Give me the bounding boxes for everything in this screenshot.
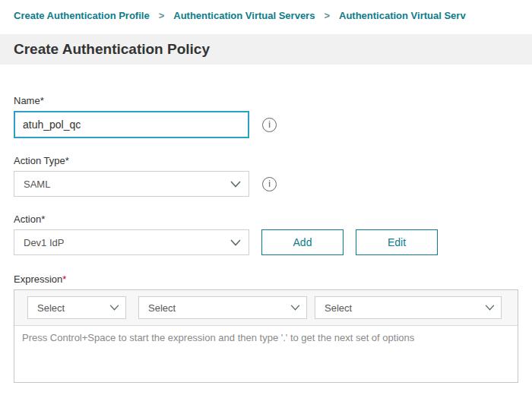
action-type-selected-value: SAML bbox=[24, 179, 50, 190]
expression-select-3-value: Select bbox=[325, 302, 352, 314]
expression-label: Expression* bbox=[14, 273, 518, 285]
chevron-down-icon bbox=[109, 305, 119, 311]
breadcrumb: Create Authentication Profile > Authenti… bbox=[0, 0, 532, 34]
add-button[interactable]: Add bbox=[261, 229, 344, 255]
chevron-down-icon bbox=[485, 305, 495, 311]
expression-select-1-value: Select bbox=[37, 302, 65, 314]
expression-input[interactable] bbox=[14, 326, 518, 382]
chevron-down-icon bbox=[230, 239, 241, 246]
action-type-label: Action Type* bbox=[14, 155, 518, 166]
breadcrumb-separator-icon: > bbox=[159, 10, 165, 21]
info-icon[interactable]: i bbox=[262, 118, 277, 132]
page-header: Create Authentication Policy bbox=[0, 34, 532, 65]
expression-toolbar: Select Select Select bbox=[14, 290, 518, 326]
breadcrumb-item-create-authentication-profile[interactable]: Create Authentication Profile bbox=[14, 10, 150, 21]
expression-select-2-value: Select bbox=[148, 302, 176, 314]
expression-select-3[interactable]: Select bbox=[315, 296, 502, 319]
expression-editor: Select Select Select bbox=[14, 289, 518, 383]
required-asterisk: * bbox=[62, 273, 66, 285]
page-title: Create Authentication Policy bbox=[14, 41, 210, 58]
action-label: Action* bbox=[14, 213, 518, 225]
breadcrumb-item-authentication-virtual-servers[interactable]: Authentication Virtual Servers bbox=[173, 10, 315, 21]
name-input[interactable] bbox=[14, 111, 249, 138]
chevron-down-icon bbox=[290, 305, 300, 311]
expression-field-group: Expression* Select Select Select bbox=[14, 273, 518, 383]
breadcrumb-item-authentication-virtual-serv[interactable]: Authentication Virtual Serv bbox=[339, 10, 466, 21]
action-select[interactable]: Dev1 IdP bbox=[14, 229, 249, 255]
chevron-down-icon bbox=[230, 181, 241, 188]
edit-button[interactable]: Edit bbox=[356, 229, 438, 255]
form-content: Name* i Action Type* SAML i Action* Dev1… bbox=[0, 95, 532, 383]
breadcrumb-separator-icon: > bbox=[324, 10, 330, 21]
expression-select-2[interactable]: Select bbox=[138, 296, 307, 319]
name-label: Name* bbox=[14, 95, 518, 106]
action-selected-value: Dev1 IdP bbox=[24, 237, 64, 248]
info-icon[interactable]: i bbox=[262, 177, 277, 191]
name-field-group: Name* i bbox=[14, 95, 518, 138]
action-field-group: Action* Dev1 IdP Add Edit bbox=[14, 213, 518, 255]
expression-select-1[interactable]: Select bbox=[27, 296, 126, 319]
action-type-field-group: Action Type* SAML i bbox=[14, 155, 518, 197]
action-type-select[interactable]: SAML bbox=[14, 171, 249, 197]
